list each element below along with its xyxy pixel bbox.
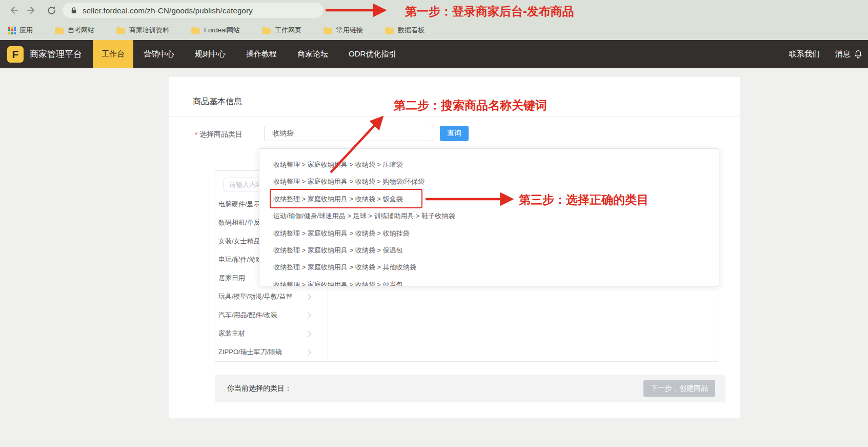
messages-label: 消息 — [835, 49, 851, 59]
step2-annotation-text: 第二步：搜索商品名称关键词 — [394, 98, 547, 113]
card-title: 商品基本信息 — [193, 96, 242, 107]
category-item-label: ZIPPO/瑞士军刀/眼镜 — [218, 347, 282, 357]
top-navbar: F 商家管理平台 工作台营销中心规则中心操作教程商家论坛ODR优化指引 联系我们… — [0, 40, 868, 68]
nav-tab-5[interactable]: ODR优化指引 — [338, 40, 407, 68]
category-item-label: 居家日用 — [218, 274, 245, 283]
nav-tab-0[interactable]: 工作台 — [93, 40, 133, 68]
folder-icon — [261, 27, 271, 34]
bell-icon — [854, 49, 863, 59]
bookmark-apps[interactable]: 应用 — [8, 26, 33, 35]
folder-icon — [323, 27, 333, 34]
folder-icon — [54, 27, 64, 34]
navbar-right: 联系我们 消息 — [789, 40, 863, 68]
bookmark-label: 商家培训资料 — [129, 26, 169, 35]
bookmark-folder-5[interactable]: 数据看板 — [385, 26, 425, 35]
address-bar[interactable]: seller.fordeal.com/zh-CN/goods/publish/c… — [63, 3, 323, 18]
sidebar-search-placeholder: 请输入内容 — [229, 180, 263, 189]
category-keyword-input[interactable]: 收纳袋 — [264, 126, 433, 141]
next-step-button[interactable]: 下一步，创建商品 — [643, 380, 715, 397]
nav-tab-2[interactable]: 规则中心 — [185, 40, 236, 68]
keyword-input-value: 收纳袋 — [272, 129, 294, 138]
suggestion-item-5[interactable]: 收纳整理 > 家庭收纳用具 > 收纳袋 > 保温包 — [259, 242, 719, 259]
lock-icon — [70, 6, 77, 15]
suggestion-item-3[interactable]: 运动/瑜伽/健身/球迷用品 > 足球 > 训练辅助用具 > 鞋子收纳袋 — [259, 207, 719, 224]
step3-highlight-box — [270, 189, 422, 208]
step3-annotation-text: 第三步：选择正确的类目 — [519, 192, 649, 208]
nav-tab-1[interactable]: 营销中心 — [133, 40, 185, 68]
chevron-right-icon — [305, 349, 311, 356]
chevron-right-icon — [305, 331, 311, 337]
bookmark-label: 常用链接 — [336, 26, 363, 35]
suggestion-item-1[interactable]: 收纳整理 > 家庭收纳用具 > 收纳袋 > 购物袋/环保袋 — [259, 173, 719, 190]
category-item-6[interactable]: 汽车/用品/配件/改装 — [218, 309, 324, 321]
category-item-label: 电玩/配件/游戏/ — [218, 255, 264, 264]
selection-footer-bar: 你当前选择的类目： 下一步，创建商品 — [215, 375, 725, 402]
folder-icon — [191, 27, 200, 34]
divider — [169, 116, 740, 116]
dropdown-caret — [278, 148, 288, 153]
bookmark-label: 工作网页 — [275, 26, 301, 35]
suggestion-list: 收纳整理 > 家庭收纳用具 > 收纳袋 > 压缩袋收纳整理 > 家庭收纳用具 >… — [259, 156, 719, 286]
browser-forward-button[interactable] — [26, 4, 38, 16]
bookmark-folder-0[interactable]: 自考网站 — [54, 26, 94, 35]
platform-title: 商家管理平台 — [30, 48, 82, 60]
contact-us-link[interactable]: 联系我们 — [789, 49, 820, 59]
chevron-right-icon — [305, 312, 311, 319]
bookmark-folder-2[interactable]: Fordeal网站 — [191, 26, 240, 35]
bookmark-label: 数据看板 — [398, 26, 425, 35]
bookmark-label: 自考网站 — [68, 26, 94, 35]
bookmark-folder-4[interactable]: 常用链接 — [323, 26, 363, 35]
back-arrow-icon — [8, 5, 18, 15]
browser-reload-button[interactable] — [45, 4, 57, 16]
browser-back-button[interactable] — [7, 4, 19, 16]
chevron-right-icon — [305, 294, 311, 300]
step1-annotation-text: 第一步：登录商家后台-发布商品 — [405, 4, 574, 20]
bookmark-folder-3[interactable]: 工作网页 — [261, 26, 301, 35]
category-item-label: 家装主材 — [218, 329, 245, 338]
bookmark-folder-1[interactable]: 商家培训资料 — [116, 26, 169, 35]
bookmark-label: Fordeal网站 — [204, 26, 240, 35]
category-item-7[interactable]: 家装主材 — [218, 327, 324, 340]
suggestion-item-4[interactable]: 收纳整理 > 家庭收纳用具 > 收纳袋 > 收纳挂袋 — [259, 225, 719, 242]
category-suggestion-dropdown: 收纳整理 > 家庭收纳用具 > 收纳袋 > 压缩袋收纳整理 > 家庭收纳用具 >… — [259, 148, 719, 286]
fordeal-logo[interactable]: F — [7, 46, 24, 63]
suggestion-item-7[interactable]: 收纳整理 > 家庭收纳用具 > 收纳袋 > 便当包 — [259, 276, 719, 286]
folder-icon — [116, 27, 126, 34]
url-text: seller.fordeal.com/zh-CN/goods/publish/c… — [83, 6, 253, 15]
current-category-label: 你当前选择的类目： — [227, 375, 292, 402]
folder-icon — [385, 27, 394, 34]
query-button[interactable]: 查询 — [440, 126, 469, 141]
category-item-label: 玩具/模型/动漫/早教/益智 — [218, 292, 292, 301]
apps-grid-icon — [8, 27, 16, 34]
suggestion-item-6[interactable]: 收纳整理 > 家庭收纳用具 > 收纳袋 > 其他收纳袋 — [259, 259, 719, 276]
required-asterisk: * — [195, 130, 197, 139]
bookmarks-bar: 应用 自考网站商家培训资料Fordeal网站工作网页常用链接数据看板 — [0, 21, 868, 40]
category-item-5[interactable]: 玩具/模型/动漫/早教/益智 — [218, 290, 324, 303]
suggestion-item-0[interactable]: 收纳整理 > 家庭收纳用具 > 收纳袋 > 压缩袋 — [259, 156, 719, 173]
nav-tab-3[interactable]: 操作教程 — [236, 40, 287, 68]
category-item-label: 汽车/用品/配件/改装 — [218, 310, 277, 320]
reload-icon — [47, 6, 56, 15]
category-item-8[interactable]: ZIPPO/瑞士军刀/眼镜 — [218, 346, 324, 358]
category-field-label: 选择商品类目 — [199, 130, 243, 139]
forward-arrow-icon — [27, 5, 37, 15]
nav-tab-4[interactable]: 商家论坛 — [287, 40, 338, 68]
messages-link[interactable]: 消息 — [835, 49, 863, 59]
nav-tabs: 工作台营销中心规则中心操作教程商家论坛ODR优化指引 — [93, 40, 407, 68]
bookmark-label: 应用 — [19, 26, 33, 35]
category-item-label: 女装/女士精品 — [218, 237, 260, 246]
